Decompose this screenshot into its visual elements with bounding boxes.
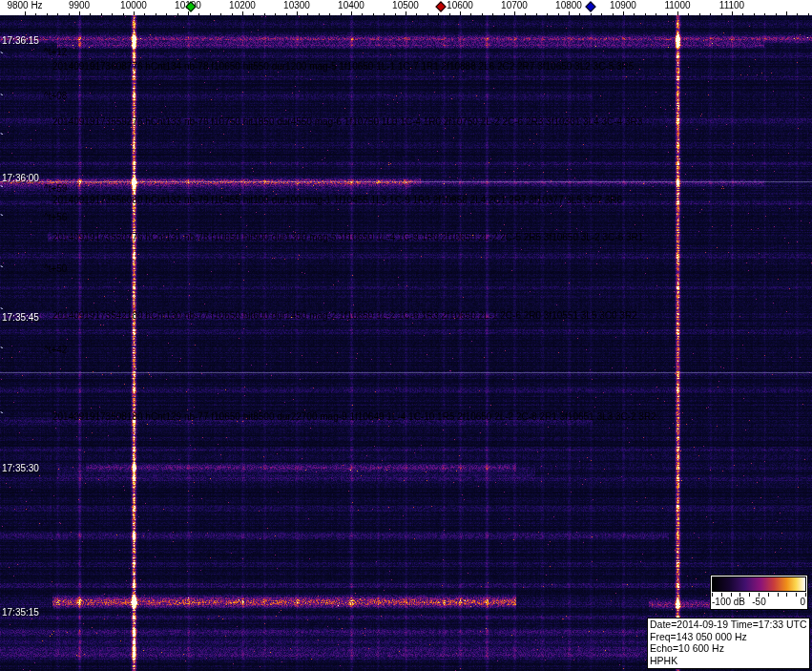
freq-tick <box>525 13 526 15</box>
freq-tick <box>721 13 722 15</box>
freq-tick <box>264 13 265 15</box>
freq-tick <box>275 13 276 15</box>
freq-tick <box>362 13 363 15</box>
freq-tick <box>329 13 330 15</box>
info-line-echo: Echo=10 600 Hz <box>650 642 807 655</box>
freq-tick <box>35 13 36 15</box>
freq-tick <box>351 11 352 15</box>
freq-tick <box>776 13 777 15</box>
freq-tick <box>198 13 199 15</box>
freq-tick <box>395 13 396 15</box>
freq-tick <box>470 13 471 15</box>
freq-tick <box>156 13 156 15</box>
freq-tick <box>601 13 602 15</box>
freq-tick <box>732 11 733 15</box>
freq-label: 10600 <box>447 0 473 10</box>
freq-tick <box>634 13 635 15</box>
freq-marker-blue-diamond-icon[interactable] <box>585 1 595 11</box>
freq-tick <box>232 13 233 15</box>
freq-tick <box>786 11 787 15</box>
freq-tick <box>764 13 765 15</box>
freq-tick <box>558 13 559 15</box>
freq-tick <box>514 11 515 15</box>
freq-tick <box>504 13 505 15</box>
freq-tick <box>569 11 570 15</box>
frequency-axis: 9800 Hz990010000101001020010300104001050… <box>0 0 812 15</box>
freq-tick <box>613 13 614 15</box>
freq-tick <box>482 13 483 15</box>
freq-label: 10300 <box>283 0 310 10</box>
freq-tick <box>677 11 678 15</box>
freq-tick <box>123 13 124 15</box>
freq-tick <box>25 11 26 15</box>
freq-tick <box>57 13 58 15</box>
info-box: Date=2014-09-19 Time=17:33 UTC Freq=143 … <box>647 618 810 669</box>
freq-tick <box>438 13 439 15</box>
freq-tick <box>645 13 646 15</box>
freq-label: 10000 <box>120 0 147 10</box>
freq-tick <box>536 13 537 15</box>
freq-tick <box>492 13 493 15</box>
info-line-date-time: Date=2014-09-19 Time=17:33 UTC <box>650 619 807 631</box>
freq-tick <box>112 13 113 15</box>
freq-tick <box>384 13 385 15</box>
freq-tick <box>808 13 809 15</box>
freq-tick <box>416 13 417 15</box>
freq-tick <box>210 13 211 15</box>
freq-tick <box>579 13 580 15</box>
freq-tick <box>242 11 243 15</box>
freq-tick <box>449 13 450 15</box>
freq-tick <box>373 13 374 15</box>
meteor-echo-spectrogram-window: 9800 Hz990010000101001020010300104001050… <box>0 0 812 671</box>
freq-tick <box>699 13 700 15</box>
freq-tick <box>667 13 668 15</box>
freq-tick <box>406 11 406 15</box>
freq-label: 10200 <box>229 0 256 10</box>
freq-label: 10500 <box>392 0 419 10</box>
colorbar-min-label: -100 dB <box>712 597 745 607</box>
freq-tick <box>460 11 461 15</box>
freq-tick <box>90 13 91 15</box>
freq-tick <box>134 11 135 15</box>
freq-label: 11100 <box>719 0 744 10</box>
freq-tick <box>754 13 755 15</box>
freq-label: 9900 <box>69 0 90 10</box>
freq-tick <box>547 13 548 15</box>
freq-tick <box>742 13 743 15</box>
info-line-station: HPHK <box>650 655 807 667</box>
freq-tick <box>188 11 189 15</box>
freq-tick <box>307 13 308 15</box>
freq-tick <box>220 13 221 15</box>
freq-label: 10800 <box>555 0 582 10</box>
freq-tick <box>797 13 798 15</box>
freq-label: 10700 <box>501 0 528 10</box>
freq-label: 9800 Hz <box>7 0 42 10</box>
waterfall-canvas <box>0 15 812 671</box>
freq-tick <box>319 13 320 15</box>
freq-tick <box>47 13 48 15</box>
freq-tick <box>144 13 145 15</box>
freq-tick <box>253 13 254 15</box>
colorbar-gradient <box>712 577 806 592</box>
colorbar-max-label: 0 <box>800 597 805 607</box>
freq-label: 10900 <box>610 0 636 10</box>
freq-marker-red-diamond-icon[interactable] <box>435 1 446 11</box>
freq-tick <box>69 13 70 15</box>
freq-tick <box>286 13 287 15</box>
info-line-frequency: Freq=143 050 000 Hz <box>650 631 807 643</box>
freq-tick <box>79 11 80 15</box>
freq-label: 10400 <box>338 0 364 10</box>
freq-tick <box>623 11 624 15</box>
freq-tick <box>591 13 592 15</box>
colorbar-mid-label: -50 <box>752 597 765 607</box>
freq-tick <box>656 13 656 15</box>
colorbar-labels: -100 dB -50 0 <box>712 597 806 608</box>
freq-tick <box>177 13 178 15</box>
freq-tick <box>427 13 428 15</box>
freq-tick <box>341 13 342 15</box>
freq-tick <box>688 13 689 15</box>
freq-tick <box>166 13 167 15</box>
db-colorbar: -100 dB -50 0 <box>710 575 808 610</box>
freq-tick <box>710 13 711 15</box>
freq-tick <box>101 13 102 15</box>
